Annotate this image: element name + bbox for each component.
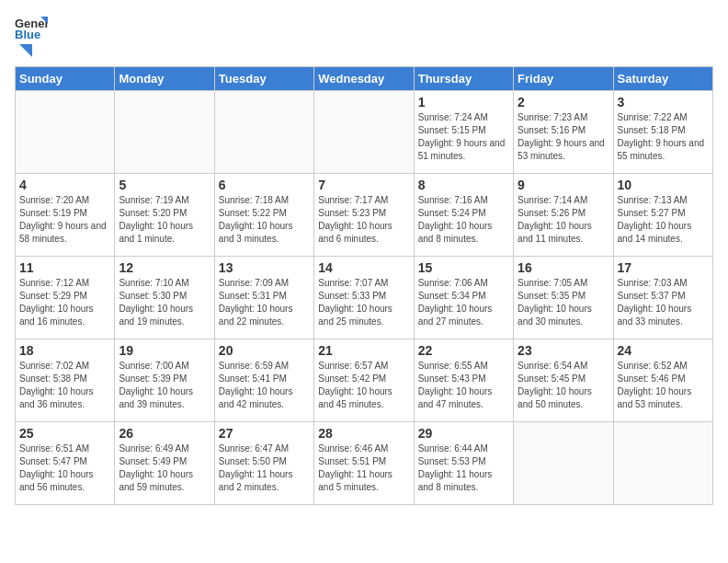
- calendar-header-thursday: Thursday: [414, 67, 513, 91]
- calendar-cell: 10Sunrise: 7:13 AM Sunset: 5:27 PM Dayli…: [613, 174, 712, 257]
- calendar-table: SundayMondayTuesdayWednesdayThursdayFrid…: [15, 66, 713, 505]
- calendar-cell: 21Sunrise: 6:57 AM Sunset: 5:42 PM Dayli…: [314, 339, 414, 422]
- day-number: 28: [318, 426, 409, 441]
- calendar-cell: [613, 422, 712, 505]
- calendar-cell: 15Sunrise: 7:06 AM Sunset: 5:34 PM Dayli…: [414, 257, 513, 339]
- calendar-cell: 2Sunrise: 7:23 AM Sunset: 5:16 PM Daylig…: [514, 91, 613, 174]
- day-number: 9: [518, 178, 609, 192]
- calendar-cell: [16, 91, 115, 174]
- day-number: 20: [219, 343, 310, 358]
- day-number: 7: [318, 178, 409, 192]
- day-info: Sunrise: 7:12 AM Sunset: 5:29 PM Dayligh…: [19, 277, 110, 328]
- day-info: Sunrise: 6:52 AM Sunset: 5:46 PM Dayligh…: [618, 360, 709, 411]
- day-info: Sunrise: 7:05 AM Sunset: 5:35 PM Dayligh…: [518, 277, 609, 328]
- day-info: Sunrise: 7:19 AM Sunset: 5:20 PM Dayligh…: [119, 194, 210, 246]
- calendar-cell: [314, 91, 414, 174]
- day-number: 16: [518, 260, 609, 275]
- svg-marker-3: [19, 44, 32, 57]
- calendar-cell: [214, 91, 313, 174]
- day-number: 22: [418, 343, 509, 358]
- day-number: 2: [518, 95, 609, 109]
- calendar-cell: 27Sunrise: 6:47 AM Sunset: 5:50 PM Dayli…: [214, 422, 313, 505]
- calendar-cell: 22Sunrise: 6:55 AM Sunset: 5:43 PM Dayli…: [414, 339, 513, 422]
- day-info: Sunrise: 7:22 AM Sunset: 5:18 PM Dayligh…: [618, 111, 709, 163]
- day-number: 11: [19, 260, 110, 275]
- calendar-cell: 28Sunrise: 6:46 AM Sunset: 5:51 PM Dayli…: [314, 422, 414, 505]
- day-info: Sunrise: 7:16 AM Sunset: 5:24 PM Dayligh…: [418, 194, 509, 246]
- day-info: Sunrise: 7:09 AM Sunset: 5:31 PM Dayligh…: [219, 277, 310, 328]
- day-info: Sunrise: 6:57 AM Sunset: 5:42 PM Dayligh…: [318, 360, 409, 411]
- day-info: Sunrise: 7:02 AM Sunset: 5:38 PM Dayligh…: [19, 360, 110, 411]
- day-info: Sunrise: 6:47 AM Sunset: 5:50 PM Dayligh…: [219, 442, 310, 494]
- calendar-cell: 23Sunrise: 6:54 AM Sunset: 5:45 PM Dayli…: [514, 339, 613, 422]
- calendar-cell: 11Sunrise: 7:12 AM Sunset: 5:29 PM Dayli…: [16, 257, 115, 339]
- svg-text:Blue: Blue: [15, 28, 40, 40]
- calendar-header-monday: Monday: [115, 67, 214, 91]
- calendar-cell: 24Sunrise: 6:52 AM Sunset: 5:46 PM Dayli…: [613, 339, 712, 422]
- calendar-cell: 8Sunrise: 7:16 AM Sunset: 5:24 PM Daylig…: [414, 174, 513, 257]
- calendar-week-0: 1Sunrise: 7:24 AM Sunset: 5:15 PM Daylig…: [16, 91, 713, 174]
- day-info: Sunrise: 7:17 AM Sunset: 5:23 PM Dayligh…: [318, 194, 409, 246]
- calendar-cell: 26Sunrise: 6:49 AM Sunset: 5:49 PM Dayli…: [115, 422, 214, 505]
- calendar-cell: 9Sunrise: 7:14 AM Sunset: 5:26 PM Daylig…: [514, 174, 613, 257]
- calendar-cell: 6Sunrise: 7:18 AM Sunset: 5:22 PM Daylig…: [214, 174, 313, 257]
- day-info: Sunrise: 6:46 AM Sunset: 5:51 PM Dayligh…: [318, 442, 409, 494]
- day-number: 12: [119, 260, 210, 275]
- calendar-cell: 13Sunrise: 7:09 AM Sunset: 5:31 PM Dayli…: [214, 257, 313, 339]
- calendar-cell: 1Sunrise: 7:24 AM Sunset: 5:15 PM Daylig…: [414, 91, 513, 174]
- logo-triangle-icon: [16, 42, 32, 59]
- day-info: Sunrise: 7:24 AM Sunset: 5:15 PM Dayligh…: [418, 111, 509, 163]
- day-number: 18: [19, 343, 110, 358]
- calendar-cell: 20Sunrise: 6:59 AM Sunset: 5:41 PM Dayli…: [214, 339, 313, 422]
- day-info: Sunrise: 6:59 AM Sunset: 5:41 PM Dayligh…: [219, 360, 310, 411]
- day-number: 29: [418, 426, 509, 441]
- day-info: Sunrise: 6:55 AM Sunset: 5:43 PM Dayligh…: [418, 360, 509, 411]
- day-info: Sunrise: 6:44 AM Sunset: 5:53 PM Dayligh…: [418, 442, 509, 494]
- day-info: Sunrise: 7:18 AM Sunset: 5:22 PM Dayligh…: [219, 194, 310, 246]
- day-number: 4: [19, 178, 110, 192]
- calendar-cell: [115, 91, 214, 174]
- day-info: Sunrise: 6:51 AM Sunset: 5:47 PM Dayligh…: [19, 442, 110, 494]
- day-number: 24: [618, 343, 709, 358]
- day-number: 25: [19, 426, 110, 441]
- day-info: Sunrise: 7:20 AM Sunset: 5:19 PM Dayligh…: [19, 194, 110, 246]
- calendar-cell: 12Sunrise: 7:10 AM Sunset: 5:30 PM Dayli…: [115, 257, 214, 339]
- calendar-cell: 5Sunrise: 7:19 AM Sunset: 5:20 PM Daylig…: [115, 174, 214, 257]
- day-number: 5: [119, 178, 210, 192]
- day-info: Sunrise: 7:23 AM Sunset: 5:16 PM Dayligh…: [518, 111, 609, 163]
- day-number: 23: [518, 343, 609, 358]
- calendar-week-2: 11Sunrise: 7:12 AM Sunset: 5:29 PM Dayli…: [16, 257, 713, 339]
- calendar-cell: 16Sunrise: 7:05 AM Sunset: 5:35 PM Dayli…: [514, 257, 613, 339]
- calendar-cell: 7Sunrise: 7:17 AM Sunset: 5:23 PM Daylig…: [314, 174, 414, 257]
- day-number: 19: [119, 343, 210, 358]
- day-number: 3: [618, 95, 709, 109]
- calendar-cell: 18Sunrise: 7:02 AM Sunset: 5:38 PM Dayli…: [16, 339, 115, 422]
- day-number: 10: [618, 178, 709, 192]
- day-info: Sunrise: 7:10 AM Sunset: 5:30 PM Dayligh…: [119, 277, 210, 328]
- calendar-cell: 3Sunrise: 7:22 AM Sunset: 5:18 PM Daylig…: [613, 91, 712, 174]
- day-number: 15: [418, 260, 509, 275]
- calendar-cell: 17Sunrise: 7:03 AM Sunset: 5:37 PM Dayli…: [613, 257, 712, 339]
- day-info: Sunrise: 7:13 AM Sunset: 5:27 PM Dayligh…: [618, 194, 709, 246]
- day-number: 1: [418, 95, 509, 109]
- page-header: General Blue: [15, 15, 713, 59]
- calendar-cell: [514, 422, 613, 505]
- logo: General Blue: [15, 15, 48, 59]
- calendar-header-wednesday: Wednesday: [314, 67, 414, 91]
- day-info: Sunrise: 7:00 AM Sunset: 5:39 PM Dayligh…: [119, 360, 210, 411]
- calendar-cell: 29Sunrise: 6:44 AM Sunset: 5:53 PM Dayli…: [414, 422, 513, 505]
- calendar-week-1: 4Sunrise: 7:20 AM Sunset: 5:19 PM Daylig…: [16, 174, 713, 257]
- day-info: Sunrise: 6:49 AM Sunset: 5:49 PM Dayligh…: [119, 442, 210, 494]
- day-number: 13: [219, 260, 310, 275]
- calendar-week-3: 18Sunrise: 7:02 AM Sunset: 5:38 PM Dayli…: [16, 339, 713, 422]
- day-info: Sunrise: 7:07 AM Sunset: 5:33 PM Dayligh…: [318, 277, 409, 328]
- day-number: 17: [618, 260, 709, 275]
- logo-icon: General Blue: [15, 15, 48, 40]
- day-info: Sunrise: 6:54 AM Sunset: 5:45 PM Dayligh…: [518, 360, 609, 411]
- day-number: 27: [219, 426, 310, 441]
- calendar-cell: 14Sunrise: 7:07 AM Sunset: 5:33 PM Dayli…: [314, 257, 414, 339]
- calendar-cell: 19Sunrise: 7:00 AM Sunset: 5:39 PM Dayli…: [115, 339, 214, 422]
- day-number: 8: [418, 178, 509, 192]
- day-info: Sunrise: 7:06 AM Sunset: 5:34 PM Dayligh…: [418, 277, 509, 328]
- calendar-cell: 4Sunrise: 7:20 AM Sunset: 5:19 PM Daylig…: [16, 174, 115, 257]
